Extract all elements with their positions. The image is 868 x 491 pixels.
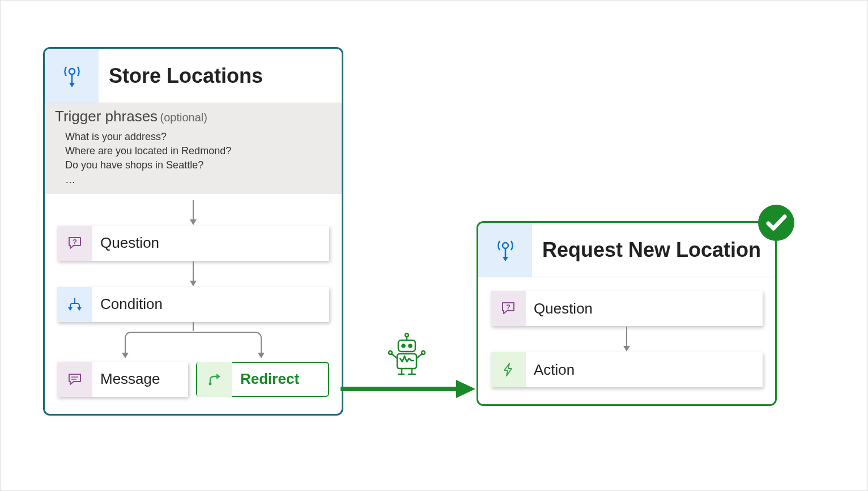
- topic-card-request-new-location: Request New Location ? Question Action: [476, 221, 777, 406]
- svg-point-29: [402, 345, 405, 348]
- trigger-phrase: What is your address?: [65, 130, 331, 144]
- svg-point-0: [69, 69, 75, 74]
- trigger-phrases-optional: (optional): [160, 111, 207, 124]
- topic-header: Request New Location: [478, 223, 775, 277]
- svg-line-34: [416, 354, 422, 358]
- svg-marker-13: [258, 353, 265, 358]
- trigger-phrase: …: [65, 173, 331, 187]
- topic-header: Store Locations: [45, 49, 342, 103]
- connector-split: [57, 322, 329, 362]
- action-icon: [491, 352, 526, 387]
- trigger-phrase: Where are you located in Redmond?: [65, 144, 331, 158]
- svg-marker-20: [503, 257, 508, 261]
- trigger-phrases-list: What is your address? Where are you loca…: [65, 130, 331, 187]
- trigger-phrase: Do you have shops in Seattle?: [65, 158, 331, 172]
- svg-marker-7: [190, 281, 197, 286]
- svg-marker-12: [122, 353, 129, 358]
- svg-point-30: [409, 345, 412, 348]
- svg-point-35: [422, 351, 425, 354]
- question-icon: ?: [491, 291, 526, 326]
- topic-icon: [478, 223, 532, 277]
- branch-icon: [57, 287, 92, 322]
- broadcast-icon: [495, 238, 516, 263]
- svg-marker-2: [69, 83, 75, 87]
- node-redirect[interactable]: Redirect: [196, 362, 329, 397]
- message-icon: [57, 362, 92, 397]
- svg-text:?: ?: [506, 303, 510, 311]
- trigger-phrases-label: Trigger phrases: [55, 108, 158, 125]
- node-label: Message: [92, 370, 160, 388]
- svg-marker-10: [77, 307, 82, 311]
- node-label: Question: [526, 300, 593, 318]
- topic-title: Store Locations: [109, 64, 263, 88]
- node-action[interactable]: Action: [491, 352, 763, 387]
- redirect-icon: [197, 362, 232, 397]
- node-question[interactable]: ? Question: [57, 226, 329, 261]
- connector-arrow: [57, 261, 329, 287]
- node-message[interactable]: Message: [57, 362, 188, 397]
- topic-icon: [45, 49, 99, 103]
- svg-point-33: [389, 351, 392, 354]
- node-condition[interactable]: Condition: [57, 287, 329, 322]
- node-label: Action: [526, 361, 575, 379]
- bot-icon: [386, 331, 428, 376]
- svg-point-17: [209, 382, 212, 385]
- node-label: Question: [92, 234, 159, 252]
- trigger-phrases-section[interactable]: Trigger phrases (optional) What is your …: [45, 103, 342, 194]
- svg-marker-23: [623, 346, 630, 352]
- svg-line-32: [392, 354, 397, 358]
- broadcast-icon: [62, 64, 82, 88]
- node-question[interactable]: ? Question: [491, 291, 763, 326]
- success-check-icon: [757, 204, 795, 242]
- connector-arrow: [491, 326, 763, 352]
- svg-marker-4: [190, 219, 197, 225]
- redirect-arrow: [341, 378, 476, 400]
- svg-marker-16: [216, 374, 220, 379]
- question-icon: ?: [57, 226, 92, 261]
- node-label: Redirect: [232, 370, 299, 388]
- connector-arrow: [57, 200, 329, 226]
- flow-canvas: ? Question Action: [478, 277, 775, 404]
- svg-point-18: [503, 243, 508, 248]
- node-label: Condition: [92, 295, 163, 313]
- topic-title: Request New Location: [542, 238, 761, 262]
- svg-rect-28: [398, 340, 415, 352]
- svg-marker-25: [456, 380, 475, 398]
- svg-text:?: ?: [73, 238, 77, 246]
- flow-canvas: ? Question Condition: [45, 194, 342, 414]
- topic-card-store-locations: Store Locations Trigger phrases (optiona…: [43, 47, 343, 416]
- svg-marker-9: [68, 307, 73, 311]
